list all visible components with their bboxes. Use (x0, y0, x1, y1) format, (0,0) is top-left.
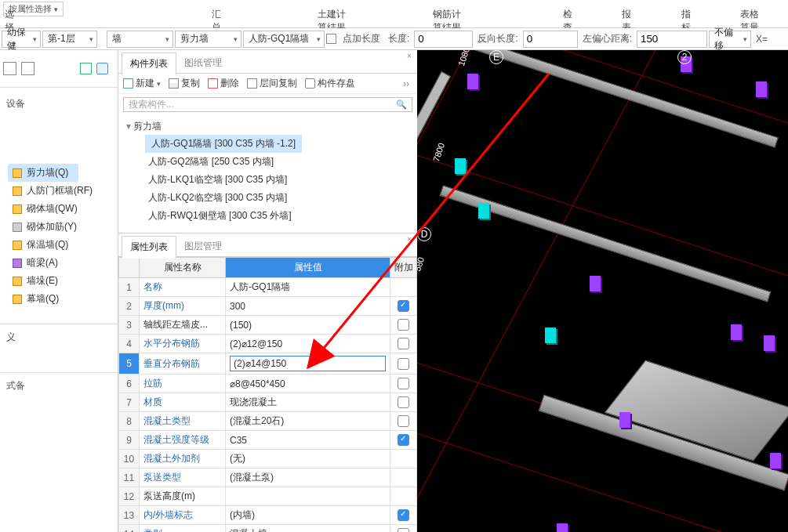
property-value[interactable]: (150) (226, 316, 390, 335)
property-value[interactable]: (2)⌀12@150 (226, 335, 390, 353)
ribbon-tab-table[interactable]: 表格算量 (717, 0, 788, 27)
property-row[interactable]: 12泵送高度(m) (119, 487, 417, 506)
tab-layer-manage[interactable]: 图层管理 (176, 236, 230, 257)
ribbon-tab-summary[interactable]: 汇总 (188, 0, 247, 27)
property-value[interactable] (226, 487, 390, 506)
ribbon-tab-select[interactable]: 选择 (0, 0, 31, 27)
property-value[interactable]: ⌀8@450*450 (226, 375, 390, 393)
property-row[interactable]: 1名称人防-GQ1隔墙 (119, 278, 417, 297)
property-row[interactable]: 4水平分布钢筋(2)⌀12@150 (119, 335, 417, 353)
delete-component-button[interactable]: 删除 (208, 77, 239, 90)
ribbon-tab-rebar-result[interactable]: 钢筋计算结果 (409, 0, 492, 27)
additional-checkbox[interactable] (398, 378, 409, 389)
additional-checkbox-cell[interactable] (390, 375, 417, 393)
offset-mode-dropdown[interactable]: 不偏移 (709, 31, 751, 48)
additional-checkbox-cell[interactable] (390, 431, 417, 450)
list-view-icon[interactable] (80, 63, 92, 74)
cat-civil-defense-frame[interactable]: 人防门框墙(RF) (8, 182, 118, 200)
more-toolbar-icon[interactable]: ›› (403, 78, 412, 89)
property-row[interactable]: 11泵送类型(混凝土泵) (119, 469, 417, 487)
view-icon-2[interactable] (21, 62, 34, 75)
property-value[interactable]: (混凝土20石) (226, 412, 390, 431)
tree-item-lkq1[interactable]: 人防-LKQ1临空墙 [300 C35 内墙] (145, 171, 409, 189)
save-component-button[interactable]: 构件存盘 (305, 77, 355, 90)
property-value[interactable]: 300 (226, 297, 390, 316)
floor-dropdown[interactable]: 第-1层 (42, 31, 97, 48)
cat-wall-pier[interactable]: 墙垛(E) (8, 272, 118, 290)
additional-checkbox[interactable] (398, 358, 409, 370)
property-row[interactable]: 3轴线距左墙皮...(150) (119, 316, 417, 335)
property-row[interactable]: 2厚度(mm)300 (119, 297, 417, 316)
tree-item-gq1[interactable]: 人防-GQ1隔墙 [300 C35 内墙 -1.2] (145, 135, 302, 153)
additional-checkbox-cell[interactable] (390, 297, 417, 316)
new-component-button[interactable]: 新建▾ (123, 77, 161, 90)
property-value[interactable]: 混凝土墙 (226, 525, 390, 533)
left-offset-input[interactable] (637, 31, 707, 48)
category-dropdown[interactable]: 墙 (107, 31, 173, 48)
additional-checkbox-cell[interactable] (390, 316, 417, 335)
point-add-length-checkbox[interactable] (326, 34, 336, 44)
grid-view-icon[interactable] (96, 63, 108, 74)
additional-checkbox[interactable] (398, 434, 409, 446)
additional-checkbox-cell[interactable] (390, 278, 417, 297)
property-value[interactable]: (无) (226, 450, 390, 469)
additional-checkbox-cell[interactable] (390, 412, 417, 431)
component-dropdown[interactable]: 人防-GQ1隔墙 (243, 31, 325, 48)
additional-checkbox[interactable] (398, 528, 409, 532)
sidebar-collapsed-1[interactable]: 义 (0, 324, 118, 349)
additional-checkbox[interactable] (398, 415, 409, 427)
property-value[interactable]: 人防-GQ1隔墙 (226, 278, 390, 297)
additional-checkbox-cell[interactable] (390, 487, 417, 506)
additional-checkbox-cell[interactable] (390, 393, 417, 412)
property-row[interactable]: 13内/外墙标志(内墙) (119, 506, 417, 525)
property-value[interactable] (226, 353, 390, 375)
ribbon-tab-check[interactable]: 检查 (539, 0, 598, 27)
ribbon-tab-report[interactable]: 报表 (598, 0, 657, 27)
additional-checkbox-cell[interactable] (390, 353, 417, 375)
layer-copy-button[interactable]: 层间复制 (247, 77, 297, 90)
additional-checkbox-cell[interactable] (390, 335, 417, 353)
cat-masonry-reinforce[interactable]: 砌体加筋(Y) (8, 218, 118, 236)
tree-item-lkq2[interactable]: 人防-LKQ2临空墙 [300 C35 内墙] (145, 189, 409, 207)
property-value[interactable]: 现浇混凝土 (226, 393, 390, 412)
project-dropdown[interactable]: 幼保健 (2, 31, 41, 48)
additional-checkbox-cell[interactable] (390, 525, 417, 533)
tab-component-list[interactable]: 构件列表 (122, 52, 176, 75)
cat-curtain-wall[interactable]: 幕墙(Q) (8, 290, 118, 308)
additional-checkbox[interactable] (398, 319, 409, 331)
property-value[interactable]: (混凝土泵) (226, 469, 390, 487)
property-row[interactable]: 5垂直分布钢筋 (119, 353, 417, 375)
additional-checkbox[interactable] (398, 300, 409, 312)
length-input[interactable] (414, 31, 473, 48)
tree-root-shear-wall[interactable]: 剪力墙 (126, 118, 409, 135)
property-row[interactable]: 9混凝土强度等级C35 (119, 431, 417, 450)
tab-property-list[interactable]: 属性列表 (122, 236, 176, 259)
reverse-length-input[interactable] (523, 31, 578, 48)
additional-checkbox-cell[interactable] (390, 450, 417, 469)
property-row[interactable]: 6拉筋⌀8@450*450 (119, 375, 417, 393)
sidebar-collapsed-2[interactable]: 式备 (0, 372, 118, 397)
cat-masonry-wall[interactable]: 砌体墙(QW) (8, 200, 118, 218)
property-value[interactable]: C35 (226, 431, 390, 450)
3d-viewport[interactable]: E 2 D 1080 7800 580 (417, 50, 788, 532)
cat-shear-wall[interactable]: 剪力墙(Q) (8, 164, 78, 182)
cat-hidden-beam[interactable]: 暗梁(A) (8, 254, 118, 272)
search-component-input[interactable]: 搜索构件... (123, 97, 412, 112)
property-value-input[interactable] (230, 356, 386, 371)
type-dropdown[interactable]: 剪力墙 (175, 31, 241, 48)
cat-insulation-wall[interactable]: 保温墙(Q) (8, 236, 118, 254)
additional-checkbox[interactable] (398, 396, 409, 408)
property-row[interactable]: 8混凝土类型(混凝土20石) (119, 412, 417, 431)
additional-checkbox-cell[interactable] (390, 506, 417, 525)
view-icon-1[interactable] (3, 62, 16, 75)
property-row[interactable]: 14类别混凝土墙 (119, 525, 417, 533)
tree-item-gq2[interactable]: 人防-GQ2隔墙 [250 C35 内墙] (145, 153, 409, 171)
tab-drawing-manage[interactable]: 图纸管理 (176, 52, 230, 74)
tree-item-rwq1[interactable]: 人防-RWQ1侧壁墙 [300 C35 外墙] (145, 207, 409, 225)
additional-checkbox[interactable] (398, 509, 409, 521)
ribbon-tab-civil-result[interactable]: 土建计算结果 (294, 0, 377, 27)
additional-checkbox[interactable] (398, 338, 409, 349)
additional-checkbox-cell[interactable] (390, 469, 417, 487)
property-row[interactable]: 10混凝土外加剂(无) (119, 450, 417, 469)
property-row[interactable]: 7材质现浇混凝土 (119, 393, 417, 412)
